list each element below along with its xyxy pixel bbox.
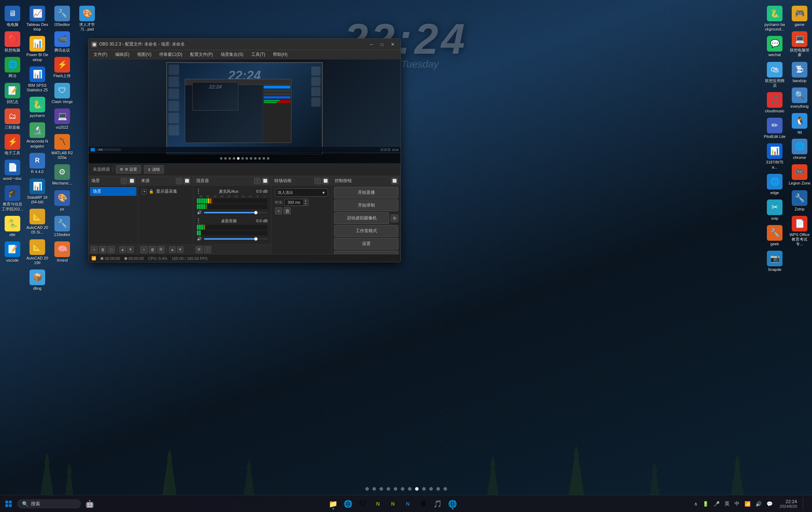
source-visibility-checkbox[interactable]: 👁	[142, 189, 147, 194]
minimize-button[interactable]: ─	[366, 41, 376, 48]
scenes-down-btn[interactable]: ▼	[127, 246, 134, 253]
menu-help[interactable]: 帮助(H)	[269, 51, 291, 58]
lang-en-icon[interactable]: 英	[723, 499, 731, 508]
desktop-icon-mechanic[interactable]: ⚙ Mechanic...	[50, 162, 75, 188]
sources-settings-btn[interactable]: ⚙	[157, 246, 165, 253]
desktop-icon-vscode[interactable]: 📝 vscode	[0, 239, 25, 265]
taskbar-app-nvidia2[interactable]: N	[387, 497, 399, 510]
transition-add-btn[interactable]: +	[275, 207, 282, 214]
desktop-icon-huiyi[interactable]: 📝 回忆志	[0, 81, 25, 106]
taskbar-copilot[interactable]: 🤖	[83, 497, 96, 510]
desktop-icon-legionzone[interactable]: 🎮 Legion Zone	[787, 162, 812, 188]
desktop-icon-bandzip[interactable]: 🗜 bandzip	[787, 60, 812, 85]
scenes-up-btn[interactable]: ▲	[119, 246, 126, 253]
desktop-icon-lenovo-diannao[interactable]: 💻 联想电脑管家	[787, 29, 812, 59]
menu-dock[interactable]: 停靠窗口(D)	[156, 51, 186, 58]
page-dot-6[interactable]	[408, 487, 412, 491]
taskbar-app-browser[interactable]: 🌐	[342, 497, 355, 510]
page-dot-0[interactable]	[365, 487, 369, 491]
mixer-panel-expand-btn[interactable]: ⬜	[262, 178, 268, 184]
desktop-icon-yingyong[interactable]: 🛍 联想应用商店	[762, 60, 787, 90]
volume-icon[interactable]: 🔊	[754, 500, 763, 508]
desktop-icon-mifang[interactable]: 🗂 三联面板	[0, 106, 25, 132]
start-button[interactable]	[3, 498, 14, 510]
mixer-settings-btn[interactable]: ⚙	[195, 246, 203, 253]
desktop-icon-stata3187[interactable]: 📊 3187/8t75a...	[762, 141, 787, 171]
menu-profile[interactable]: 配置文件(P)	[187, 51, 216, 58]
menu-view[interactable]: 视图(V)	[134, 51, 155, 58]
desktop-icon-i3seditor[interactable]: 🔧 I3Seditor	[50, 4, 75, 29]
scenes-panel-menu-btn[interactable]: ⋮	[121, 178, 127, 184]
sources-add-btn[interactable]: +	[140, 246, 147, 253]
desktop-icon-word[interactable]: 📄 word一doc	[0, 158, 25, 183]
desktop-icon-chrome[interactable]: 🌐 chrome	[787, 137, 812, 162]
desktop-icon-pilotools[interactable]: ✏ PilotEdit Lite	[762, 116, 787, 141]
desktop-icon-cloudmusic[interactable]: 🎵 cloudmusic	[762, 90, 787, 116]
taskbar-app-globe[interactable]: 🌐	[446, 497, 459, 510]
desktop-icon-diandian[interactable]: 🖥 电电脑	[0, 4, 25, 29]
maximize-button[interactable]: □	[377, 41, 387, 48]
duration-down-btn[interactable]: ▼	[303, 202, 308, 206]
settings-button[interactable]: ⚙ ⚙ 设置	[116, 165, 141, 174]
mic-icon[interactable]: 🎤	[712, 500, 721, 508]
desktop-icon-qiujin[interactable]: 🎨 求人才学习...psd	[75, 4, 100, 34]
filter-button[interactable]: ⧖ 滤镜	[144, 165, 164, 174]
page-dot-10[interactable]	[436, 487, 440, 491]
desktop-icon-snip[interactable]: ✂ snip	[762, 197, 787, 223]
scene-item-default[interactable]: 场景	[90, 187, 136, 196]
sources-delete-btn[interactable]: 🗑	[149, 246, 156, 253]
desktop-icon-snapde[interactable]: 📷 Snapde	[762, 249, 787, 274]
transition-duration-input[interactable]: 300 ms ▲ ▼	[284, 199, 308, 206]
page-dot-9[interactable]	[429, 487, 433, 491]
sources-panel-expand-btn[interactable]: ⬜	[184, 178, 190, 184]
chat-icon[interactable]: 💬	[765, 500, 774, 508]
chevron-up-icon[interactable]: ∧	[693, 500, 699, 508]
desktop-icon-dianzi[interactable]: ⚡ 电子工具	[0, 132, 25, 158]
desktop-icon-clashverge[interactable]: 🛡 Clash Verge	[50, 81, 75, 106]
desktop-icon-jiaoyu[interactable]: 🎓 教育与信息工学院202...	[0, 183, 25, 213]
taskbar-app-notepad[interactable]: N	[402, 497, 414, 510]
controls-panel-expand-btn[interactable]: ⬜	[391, 178, 398, 184]
desktop-icon-ps[interactable]: 🎨 ps	[50, 188, 75, 214]
scenes-add-btn[interactable]: +	[91, 246, 98, 253]
source-item-display[interactable]: 👁 🔓 显示器采集	[140, 187, 192, 196]
transition-delete-btn[interactable]: 🗑	[284, 207, 291, 214]
desktop-icon-statamp[interactable]: 📊 StataMP 18 (64-bit)	[25, 176, 50, 207]
mixer-dots-btn[interactable]: ⋮	[204, 246, 211, 253]
page-dot-3[interactable]	[387, 487, 390, 491]
mixer-desktop-slider[interactable]	[204, 238, 268, 240]
desktop-icon-i3editor[interactable]: 🔧 133editor	[50, 214, 75, 239]
desktop-icon-zstrip[interactable]: 🔧 Zstrip	[787, 188, 812, 214]
desktop-icon-vs2022[interactable]: 💻 vs2022	[50, 106, 75, 132]
page-dot-7[interactable]	[415, 487, 419, 491]
battery-icon[interactable]: 🔋	[701, 500, 710, 508]
transition-type-select[interactable]: 淡入淡出 ▼	[275, 188, 328, 197]
exit-button[interactable]: 退出	[334, 251, 398, 254]
record-button[interactable]: 开始录制	[334, 199, 398, 211]
menu-edit[interactable]: 编辑(E)	[112, 51, 133, 58]
menu-scenecollection[interactable]: 场景集合(S)	[217, 51, 247, 58]
menu-file[interactable]: 文件(F)	[90, 51, 111, 58]
notification-btn[interactable]	[803, 497, 809, 510]
desktop-icon-r440[interactable]: R R 4.4.0	[25, 151, 50, 176]
desktop-icon-pycharm-bg[interactable]: 🐍 pycharm background...	[762, 4, 787, 34]
desktop-icon-wps[interactable]: 📄 WPS Office 教育考试专...	[787, 214, 812, 249]
sources-up-btn[interactable]: ▲	[169, 246, 176, 253]
desktop-icon-dling[interactable]: 📦 dling	[25, 267, 50, 293]
taskbar-app-nvidia[interactable]: N	[372, 497, 385, 510]
page-dot-5[interactable]	[401, 487, 404, 491]
desktop-icon-matlab[interactable]: 〽 MATLAB R2020a	[50, 132, 75, 162]
taskbar-app-shield[interactable]: 🛡	[357, 497, 370, 510]
desktop-icon-wechat[interactable]: 💬 wechat	[762, 34, 787, 59]
virtualcam-button[interactable]: 启动虚拟摄像机	[334, 212, 389, 224]
desktop-icon-idle[interactable]: 🐍 idle	[0, 214, 25, 239]
transitions-panel-menu-btn[interactable]: ⋮	[314, 178, 321, 184]
desktop-icon-xmind[interactable]: 🧠 Xmind	[50, 239, 75, 265]
page-dot-8[interactable]	[422, 487, 426, 491]
desktop-icon-ibmspss[interactable]: 📊 IBM SPSS Statistics 25	[25, 64, 50, 95]
mixer-mic-slider[interactable]	[204, 212, 268, 213]
mixer-panel-menu-btn[interactable]: ⋮	[254, 178, 260, 184]
desktop-icon-anaconda[interactable]: 🔬 Anaconda Navigator	[25, 120, 50, 150]
source-lock-icon[interactable]: 🔓	[149, 189, 154, 194]
desktop-icon-pycharm[interactable]: 🐍 pycharm	[25, 95, 50, 120]
